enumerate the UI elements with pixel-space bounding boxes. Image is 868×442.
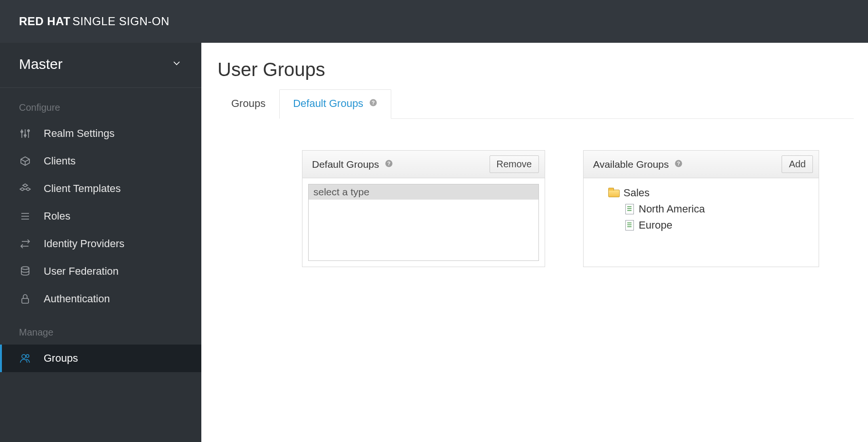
sliders-icon — [19, 128, 31, 139]
folder-icon — [608, 189, 619, 197]
help-icon[interactable]: ? — [369, 99, 377, 109]
tab-default-groups[interactable]: Default Groups ? — [279, 89, 391, 119]
sidebar-item-label: Realm Settings — [44, 127, 114, 140]
panel-title: Available Groups ? — [593, 159, 683, 170]
panel-header: Available Groups ? Add — [584, 151, 819, 178]
sidebar-item-clients[interactable]: Clients — [0, 147, 201, 175]
help-icon[interactable]: ? — [674, 160, 683, 170]
sidebar-item-label: Groups — [44, 352, 78, 365]
panel-title-text: Available Groups — [593, 159, 669, 170]
tab-label: Default Groups — [293, 97, 363, 109]
sidebar-item-realm-settings[interactable]: Realm Settings — [0, 120, 201, 147]
svg-marker-11 — [20, 188, 25, 191]
chevron-down-icon — [171, 58, 182, 71]
tree-children: North America Europe — [608, 201, 810, 233]
sidebar-heading-manage: Manage — [0, 327, 201, 345]
exchange-icon — [19, 238, 31, 250]
tree-node-label: Europe — [639, 219, 672, 231]
panel-available-groups: Available Groups ? Add Sales — [583, 150, 819, 267]
default-groups-select[interactable]: select a type — [308, 184, 539, 261]
tree-node-label: Sales — [623, 187, 650, 199]
brand-thin: SINGLE SIGN-ON — [72, 15, 169, 28]
add-button[interactable]: Add — [782, 155, 813, 173]
page-title: User Groups — [217, 59, 854, 80]
document-icon — [625, 220, 634, 231]
realm-selector[interactable]: Master — [0, 43, 201, 88]
svg-line-7 — [21, 159, 25, 162]
help-icon[interactable]: ? — [385, 160, 393, 170]
svg-point-20 — [22, 355, 26, 358]
realm-name: Master — [19, 56, 63, 72]
tabs: Groups Default Groups ? — [217, 89, 854, 119]
sidebar-item-label: Client Templates — [44, 183, 121, 195]
sidebar-item-label: Authentication — [44, 293, 110, 305]
svg-rect-19 — [22, 298, 28, 303]
remove-button[interactable]: Remove — [490, 155, 539, 173]
sidebar-item-label: User Federation — [44, 265, 119, 278]
panel-title: Default Groups ? — [312, 159, 393, 170]
svg-point-21 — [26, 355, 29, 357]
svg-line-8 — [25, 159, 29, 162]
users-icon — [19, 353, 31, 364]
list-icon — [19, 211, 31, 222]
cubes-icon — [19, 183, 31, 194]
svg-text:?: ? — [677, 160, 680, 166]
tree-node-label: North America — [639, 203, 705, 215]
panels: Default Groups ? Remove select a type — [217, 150, 854, 267]
sidebar-item-authentication[interactable]: Authentication — [0, 285, 201, 313]
database-icon — [19, 266, 31, 277]
panel-body: select a type — [302, 178, 545, 267]
svg-point-18 — [21, 267, 29, 269]
sidebar-item-label: Roles — [44, 210, 70, 222]
tab-groups[interactable]: Groups — [217, 89, 279, 119]
tree-node-europe[interactable]: Europe — [625, 217, 810, 233]
sidebar-section-manage: Manage Groups — [0, 313, 201, 372]
cube-icon — [19, 155, 31, 167]
sidebar: Master Configure Realm Settings Clients — [0, 43, 201, 442]
panel-default-groups: Default Groups ? Remove select a type — [302, 150, 545, 267]
svg-marker-12 — [26, 188, 30, 191]
topbar: RED HAT SINGLE SIGN-ON — [0, 0, 868, 43]
tree-node-sales[interactable]: Sales — [608, 185, 810, 201]
panel-header: Default Groups ? Remove — [302, 151, 545, 178]
main-content: User Groups Groups Default Groups ? Defa… — [201, 43, 868, 442]
sidebar-item-groups[interactable]: Groups — [0, 345, 201, 372]
svg-marker-10 — [23, 184, 28, 187]
brand-bold: RED HAT — [19, 15, 70, 28]
sidebar-item-label: Clients — [44, 155, 75, 167]
panel-body: Sales North America Europe — [584, 178, 819, 242]
lock-icon — [19, 293, 31, 305]
sidebar-item-label: Identity Providers — [44, 238, 124, 250]
sidebar-item-user-federation[interactable]: User Federation — [0, 258, 201, 285]
select-option-placeholder[interactable]: select a type — [309, 184, 538, 200]
svg-text:?: ? — [372, 100, 375, 106]
sidebar-item-client-templates[interactable]: Client Templates — [0, 175, 201, 202]
sidebar-section-configure: Configure Realm Settings Clients Client … — [0, 88, 201, 313]
panel-title-text: Default Groups — [312, 159, 379, 170]
svg-text:?: ? — [387, 160, 390, 166]
sidebar-item-identity-providers[interactable]: Identity Providers — [0, 230, 201, 258]
tab-label: Groups — [231, 97, 265, 109]
sidebar-item-roles[interactable]: Roles — [0, 202, 201, 230]
document-icon — [625, 204, 634, 214]
sidebar-heading-configure: Configure — [0, 102, 201, 120]
tree-node-north-america[interactable]: North America — [625, 201, 810, 217]
